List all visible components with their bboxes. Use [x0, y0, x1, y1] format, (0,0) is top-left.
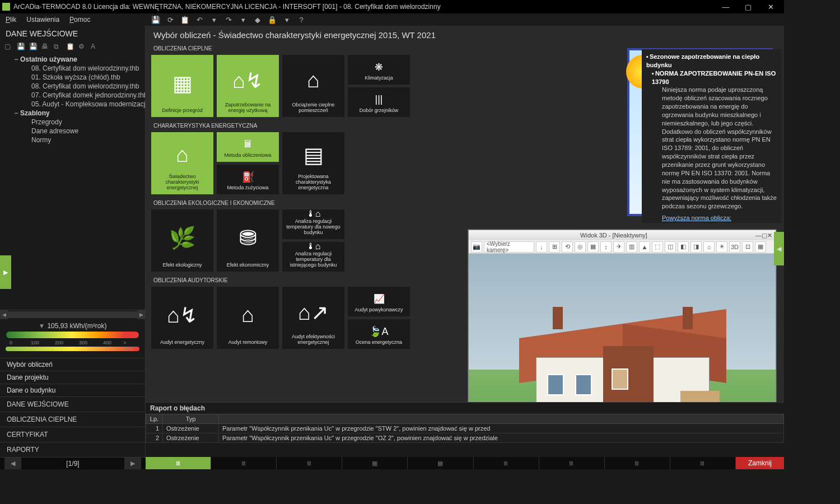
- bottom-tab[interactable]: 🗎: [539, 457, 605, 469]
- bottom-tab[interactable]: ▦: [342, 457, 408, 469]
- expand-right-arrow[interactable]: ◀: [774, 232, 784, 265]
- tile-projektowana[interactable]: ▤Projektowana charakterystyka energetycz…: [282, 132, 344, 194]
- close-window-button[interactable]: ✕: [759, 0, 782, 13]
- copy-icon[interactable]: ⧉: [54, 43, 63, 52]
- save-as-icon[interactable]: 💾: [29, 43, 38, 52]
- tile-dobor[interactable]: |||Dobór grzejników: [348, 87, 410, 117]
- lock-icon[interactable]: 🔒: [268, 15, 277, 24]
- tree-template-item[interactable]: Normy: [0, 136, 145, 144]
- tree-template-item[interactable]: Dane adresowe: [0, 127, 145, 136]
- expand-left-arrow[interactable]: ▶: [0, 255, 11, 289]
- tile-audyt-en[interactable]: ⌂↯Audyt energetyczny: [151, 287, 213, 349]
- tool-icon[interactable]: ⟲: [562, 241, 573, 253]
- tree-recent-item[interactable]: 05. Audyt - Kompleksowa modernizacja: [0, 100, 145, 109]
- page-next-button[interactable]: ▶: [124, 458, 141, 470]
- tool-icon[interactable]: ◎: [575, 241, 586, 253]
- tree-recent-item[interactable]: 08. Certyfikat dom wielorodzinny.thb: [0, 82, 145, 91]
- tree-group-templates[interactable]: −Szablony: [0, 109, 145, 118]
- tool-icon[interactable]: ✈: [613, 241, 624, 253]
- tool-icon[interactable]: ◫: [665, 241, 676, 253]
- tool-icon[interactable]: ⌂: [703, 241, 715, 253]
- tree-template-item[interactable]: Przegrody: [0, 118, 145, 127]
- tool-icon[interactable]: ☀: [716, 241, 727, 253]
- bottom-tab[interactable]: 🗎: [605, 457, 670, 469]
- tile-swiadectwo[interactable]: ⌂Świadectwo charakterystyki energetyczne…: [151, 132, 213, 194]
- tile-obciazenie[interactable]: ⌂Obciążenie cieplne pomieszczeń: [282, 55, 344, 117]
- camera-icon[interactable]: 📷: [471, 241, 482, 253]
- tile-metoda-zuz[interactable]: ⛽Metoda zużyciowa: [217, 165, 279, 194]
- close-button[interactable]: Zamknij: [736, 457, 784, 469]
- tool-icon[interactable]: ▲: [639, 241, 650, 253]
- tile-analiza-new[interactable]: 🌡⌂Analiza regulacji temperatury dla nowe…: [282, 209, 344, 239]
- undo-icon[interactable]: ↶: [195, 15, 204, 24]
- tree-recent-item[interactable]: 07. Certyfikat domek jednorodzinny.thb: [0, 91, 145, 100]
- tree-recent-item[interactable]: 08. Certyfikat dom wielorodzinny.thb: [0, 64, 145, 73]
- tile-efekt-ekon[interactable]: ⛃Efekt ekonomiczny: [217, 209, 279, 272]
- page-prev-button[interactable]: ◀: [4, 458, 21, 470]
- tile-audyt-rem[interactable]: ⌂Audyt remontowy: [217, 287, 279, 349]
- viewer-titlebar[interactable]: Widok 3D - [Nieaktywny] — ▢ ✕: [469, 230, 776, 240]
- menu-pomoc[interactable]: PomocPomoc: [69, 16, 90, 24]
- tool-icon[interactable]: ⊡: [742, 241, 753, 253]
- maximize-button[interactable]: ▢: [737, 0, 759, 13]
- tool-icon[interactable]: ↕: [600, 241, 612, 253]
- bottom-tab[interactable]: 🗎: [277, 457, 342, 469]
- error-row[interactable]: 1 Ostrzeżenie Parametr "Współczynnik prz…: [146, 424, 784, 433]
- tile-definicje[interactable]: ▦Definicje przegród: [151, 55, 213, 117]
- viewer-minimize-icon[interactable]: —: [755, 232, 762, 239]
- tool-icon[interactable]: ▥: [626, 241, 637, 253]
- bottom-tab[interactable]: ▦: [408, 457, 473, 469]
- settings-icon[interactable]: ⚙: [78, 43, 87, 52]
- minimize-button[interactable]: —: [715, 0, 737, 13]
- tool-icon[interactable]: ◨: [690, 241, 702, 253]
- scroll-right-icon[interactable]: ▶: [137, 310, 145, 319]
- viewer-maximize-icon[interactable]: ▢: [762, 232, 767, 239]
- nav-section[interactable]: DANE WEJŚCIOWE: [0, 396, 145, 412]
- tile-audyt-ef[interactable]: ⌂↗Audyt efektywności energetycznej: [282, 287, 344, 349]
- print-icon[interactable]: 🖶: [41, 43, 50, 52]
- viewer-close-icon[interactable]: ✕: [767, 232, 772, 239]
- undo-dropdown-icon[interactable]: ▾: [209, 15, 218, 24]
- save-icon[interactable]: 💾: [151, 15, 160, 24]
- paste-icon[interactable]: 📋: [66, 43, 75, 52]
- help-icon[interactable]: ?: [297, 15, 306, 24]
- bottom-tab[interactable]: 🗎: [146, 457, 211, 469]
- redo-icon[interactable]: ↷: [224, 15, 233, 24]
- tile-zapotrzebowanie[interactable]: ⌂↯Zapotrzebowanie na energię użytkową: [217, 55, 279, 117]
- menu-plik[interactable]: PPliklik: [6, 16, 16, 24]
- refresh-icon[interactable]: ⟳: [166, 15, 175, 24]
- nav-item[interactable]: Dane projektu: [0, 371, 145, 384]
- tool-icon[interactable]: 3D: [729, 241, 740, 253]
- lock-dropdown-icon[interactable]: ▾: [282, 15, 291, 24]
- save-icon[interactable]: 💾: [17, 43, 26, 52]
- tile-metoda-obl[interactable]: 🖩Metoda obliczeniowa: [217, 132, 279, 162]
- tile-audyt-pow[interactable]: 📈Audyt powykonawczy: [348, 287, 410, 316]
- tool-icon[interactable]: ⊞: [549, 241, 560, 253]
- clipboard-icon[interactable]: 📋: [180, 15, 189, 24]
- nav-section[interactable]: CERTYFIKAT: [0, 427, 145, 442]
- tool-icon[interactable]: ◧: [678, 241, 689, 253]
- bottom-tab[interactable]: 🗎: [211, 457, 277, 469]
- tool-icon[interactable]: ⬚: [652, 241, 663, 253]
- tile-ocena[interactable]: 🍃AOcena energetyczna: [348, 319, 410, 349]
- nav-section[interactable]: OBLICZENIA CIEPLNE: [0, 412, 145, 427]
- tool-icon[interactable]: ↓: [536, 241, 547, 253]
- bottom-tab[interactable]: 🗎: [474, 457, 539, 469]
- tree-recent-item[interactable]: 01. Szkoła wyższa (chłód).thb: [0, 73, 145, 82]
- new-icon[interactable]: ▢: [4, 43, 13, 52]
- tool-icon[interactable]: ▦: [587, 241, 599, 253]
- scroll-left-icon[interactable]: ◀: [0, 310, 8, 319]
- error-row[interactable]: 2 Ostrzeżenie Parametr "Współczynnik prz…: [146, 433, 784, 443]
- tree-group-recent[interactable]: −Ostatnio używane: [0, 55, 145, 64]
- bottom-tab[interactable]: 🗎: [670, 457, 736, 469]
- menu-ustawienia[interactable]: Ustawienia: [26, 16, 59, 24]
- redo-dropdown-icon[interactable]: ▾: [239, 15, 248, 24]
- font-icon[interactable]: A: [91, 43, 100, 52]
- nav-item[interactable]: Wybór obliczeń: [0, 358, 145, 371]
- camera-select[interactable]: <Wybierz kamerę>: [484, 241, 534, 253]
- tool-icon[interactable]: ▦: [755, 241, 766, 253]
- nav-item[interactable]: Dane o budynku: [0, 384, 145, 396]
- nav-section[interactable]: RAPORTY: [0, 442, 145, 457]
- tree-h-scrollbar[interactable]: ◀ ▶: [0, 310, 145, 319]
- layers-icon[interactable]: ◆: [253, 15, 262, 24]
